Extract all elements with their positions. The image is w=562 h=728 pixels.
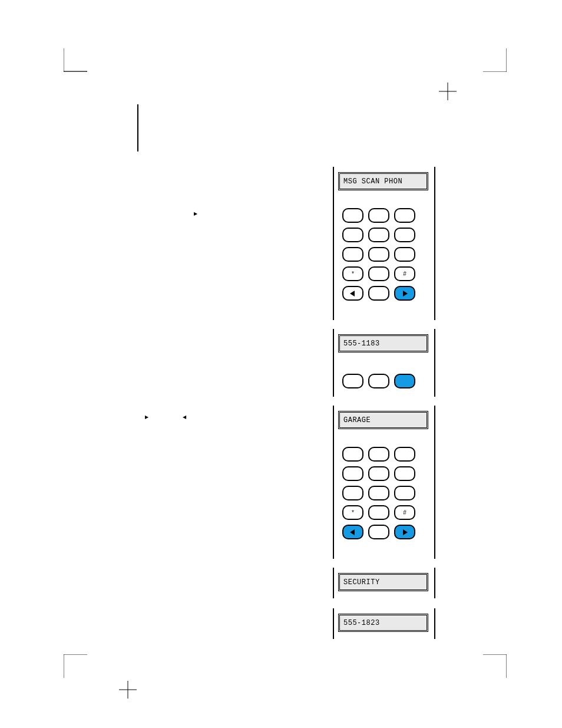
key-7[interactable] [342, 247, 363, 262]
key-star[interactable]: * [342, 266, 363, 281]
key-3[interactable] [394, 208, 415, 223]
key-8b[interactable] [368, 486, 389, 500]
key-c-active[interactable] [394, 374, 415, 388]
arrow-right-key-active-b[interactable] [394, 525, 415, 539]
key-0b[interactable] [368, 505, 389, 520]
inline-arrow-right-1: ▶ [194, 211, 197, 216]
key-7b[interactable] [342, 486, 363, 500]
arrow-left-key-active[interactable] [342, 525, 363, 539]
key-hash[interactable]: # [394, 266, 415, 281]
key-8[interactable] [368, 247, 389, 262]
key-9[interactable] [394, 247, 415, 262]
arrow-left-key[interactable] [342, 286, 363, 301]
key-blank-b[interactable] [368, 525, 389, 539]
keypad-panel-3: * # [338, 443, 428, 539]
inline-arrow-right-2: ▶ [145, 414, 148, 420]
arrow-right-key-active[interactable] [394, 286, 415, 301]
key-blank[interactable] [368, 286, 389, 301]
key-4b[interactable] [342, 466, 363, 481]
lcd-security: SECURITY [338, 573, 428, 591]
key-2b[interactable] [368, 447, 389, 462]
keypad-panel-1: * # [338, 205, 428, 301]
key-1[interactable] [342, 208, 363, 223]
lcd-number1: 555-1183 [338, 334, 428, 353]
key-6b[interactable] [394, 466, 415, 481]
lcd-garage: GARAGE [338, 411, 428, 429]
inline-arrow-left-1: ◀ [183, 414, 186, 420]
key-hash-b[interactable]: # [394, 505, 415, 520]
key-9b[interactable] [394, 486, 415, 500]
key-4[interactable] [342, 228, 363, 242]
key-5[interactable] [368, 228, 389, 242]
key-5b[interactable] [368, 466, 389, 481]
key-a[interactable] [342, 374, 363, 388]
key-1b[interactable] [342, 447, 363, 462]
key-star-b[interactable]: * [342, 505, 363, 520]
key-b[interactable] [368, 374, 389, 388]
lcd-number2: 555-1823 [338, 614, 428, 632]
key-6[interactable] [394, 228, 415, 242]
lcd-menu: MSG SCAN PHON [338, 172, 428, 190]
key-2[interactable] [368, 208, 389, 223]
keypad-panel-2 [338, 370, 428, 388]
key-0[interactable] [368, 266, 389, 281]
key-3b[interactable] [394, 447, 415, 462]
